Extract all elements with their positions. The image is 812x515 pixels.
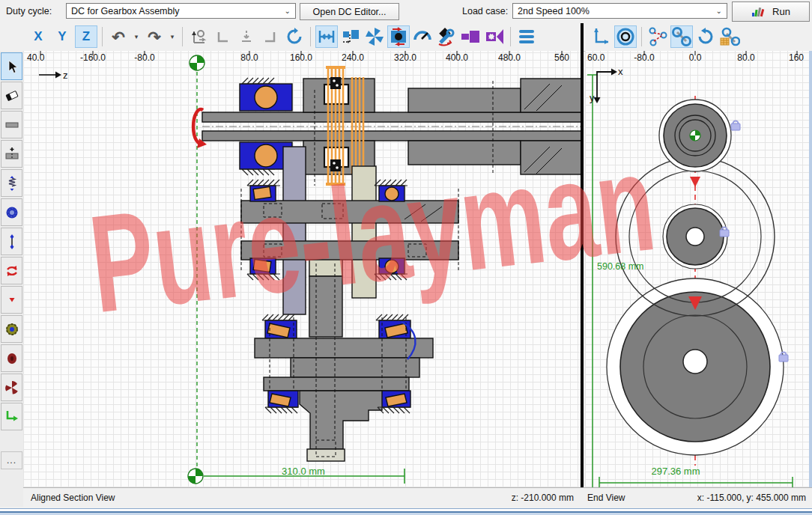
corner-right-icon <box>261 28 279 46</box>
bearing[interactable] <box>379 186 405 274</box>
tool-shaft-segment[interactable] <box>1 111 22 138</box>
tool-measure-vertical[interactable] <box>1 228 22 255</box>
middle-gear[interactable] <box>663 204 727 269</box>
tool-select-cursor[interactable] <box>1 52 22 80</box>
gear-set-2d-icon <box>647 26 668 47</box>
gauge-icon <box>413 27 432 46</box>
sidebar-more-button[interactable]: ... <box>1 451 22 469</box>
load-case-label: Load case: <box>462 6 508 16</box>
bearing[interactable] <box>250 186 276 274</box>
datum-marker <box>690 130 700 141</box>
measure-length-button[interactable] <box>315 25 338 48</box>
separator <box>310 27 311 46</box>
corner-right-button[interactable] <box>259 25 282 48</box>
axes-button[interactable] <box>590 25 613 48</box>
gear-set-2d-button[interactable] <box>646 25 669 48</box>
lock-icon[interactable] <box>779 353 788 362</box>
menu-icon <box>517 28 536 46</box>
datum-measure-button[interactable] <box>187 25 210 48</box>
wrench-analysis-button[interactable] <box>435 25 458 48</box>
add-shaft-section-icon <box>4 146 19 162</box>
ruler-label: 160 <box>789 52 804 63</box>
center-component-icon <box>389 27 408 46</box>
ruler-label: -80.0 <box>634 52 654 63</box>
window-bottom-frame <box>0 507 812 515</box>
gear-output-button[interactable] <box>483 25 506 48</box>
caret-down-icon: ▾ <box>171 33 175 40</box>
tool-bent-arrow[interactable] <box>1 403 22 430</box>
center-component-button[interactable] <box>387 25 410 48</box>
corner-left-button[interactable] <box>211 25 234 48</box>
open-dc-editor-button[interactable]: Open DC Editor... <box>300 3 399 20</box>
tool-bearing[interactable] <box>1 198 22 226</box>
tool-add-shaft-section[interactable] <box>1 140 22 168</box>
tool-marker-triangle[interactable] <box>1 286 22 314</box>
gauge-button[interactable] <box>411 25 434 48</box>
duty-cycle-label: Duty cycle: <box>6 6 52 16</box>
dimension-310-label: 310.0 mm <box>282 466 325 477</box>
tool-gear[interactable] <box>1 315 22 343</box>
tool-oval-component[interactable] <box>1 344 22 372</box>
duty-cycle-select[interactable]: DC for Gearbox Assembly ⌄ <box>66 3 296 19</box>
gear-output-icon <box>484 26 505 47</box>
ruler-label: 0.0 <box>689 52 702 63</box>
redo-menu-button[interactable]: ▾ <box>167 25 178 48</box>
menu-button[interactable] <box>515 25 538 48</box>
gear-link-icon <box>671 26 692 47</box>
axis-y-button[interactable]: Y <box>51 25 73 48</box>
redo-button[interactable]: ↷ <box>143 25 166 48</box>
power-flow-button[interactable] <box>363 25 386 48</box>
gear-mesh-table-button[interactable] <box>718 25 741 48</box>
output-assembly[interactable] <box>255 263 433 461</box>
ruler-label: 80.0 <box>240 52 258 63</box>
duty-cycle-value: DC for Gearbox Assembly <box>71 6 180 16</box>
pane-divider[interactable] <box>581 23 584 507</box>
window-edge <box>809 51 812 507</box>
tool-spring-damper[interactable] <box>1 169 22 197</box>
application-window: Duty cycle: DC for Gearbox Assembly ⌄ Op… <box>0 0 812 515</box>
axis-z-button[interactable]: Z <box>75 25 97 48</box>
run-button[interactable]: Run <box>732 1 810 22</box>
axis-x-button[interactable]: X <box>27 25 49 48</box>
dimension-297 <box>599 477 793 487</box>
dimension-590-label: 590.68 mm <box>597 261 644 272</box>
bearing-icon <box>4 204 19 221</box>
tool-fan-component[interactable] <box>1 374 22 401</box>
wrench-analysis-icon <box>436 26 457 47</box>
end-viewport[interactable]: 60.0 -80.0 0.0 80.0 160 x y 590.68 mm 29… <box>585 51 809 487</box>
power-flow-icon <box>364 26 385 47</box>
x-axis-label: x <box>618 66 623 77</box>
undo-button[interactable]: ↶ <box>107 25 130 48</box>
ruler-label: 320.0 <box>394 52 416 63</box>
input-gear[interactable] <box>659 100 731 171</box>
separator <box>510 27 511 46</box>
spring-damper-icon <box>4 175 19 192</box>
ruler-label: 80.0 <box>737 52 754 63</box>
concentric-circles-button[interactable] <box>614 25 637 48</box>
corner-left-icon <box>213 28 231 46</box>
cursor-icon <box>4 58 19 75</box>
center-line-button[interactable] <box>235 25 258 48</box>
rotate-ccw-icon <box>695 26 716 47</box>
measure-length-icon <box>317 27 336 46</box>
eraser-icon <box>4 88 19 104</box>
axes-icon <box>591 26 612 47</box>
load-case-select[interactable]: 2nd Speed 100% ⌄ <box>512 3 727 19</box>
undo-menu-button[interactable]: ▾ <box>131 25 142 48</box>
ruler-label: 240.0 <box>342 52 364 63</box>
separator <box>102 27 103 46</box>
ruler-label: -80.0 <box>134 52 154 63</box>
lock-icon[interactable] <box>731 121 740 131</box>
fan-icon <box>4 380 20 396</box>
tool-eraser[interactable] <box>1 82 22 109</box>
rotate-ccw-button[interactable] <box>694 25 717 48</box>
center-line-icon <box>237 28 255 46</box>
gear-link-button[interactable] <box>670 25 693 48</box>
rotate-view-button[interactable] <box>283 25 306 48</box>
coupling-button[interactable] <box>459 25 482 48</box>
aligned-section-viewport[interactable]: 40.0 -160.0 -80.0 80.0 160.0 240.0 320.0… <box>23 51 581 487</box>
view-toolbar: X Y Z ↶ ▾ ↷ ▾ <box>0 23 812 52</box>
separator <box>182 27 183 46</box>
align-parts-button[interactable] <box>339 25 362 48</box>
tool-rotate-red[interactable] <box>1 257 22 284</box>
